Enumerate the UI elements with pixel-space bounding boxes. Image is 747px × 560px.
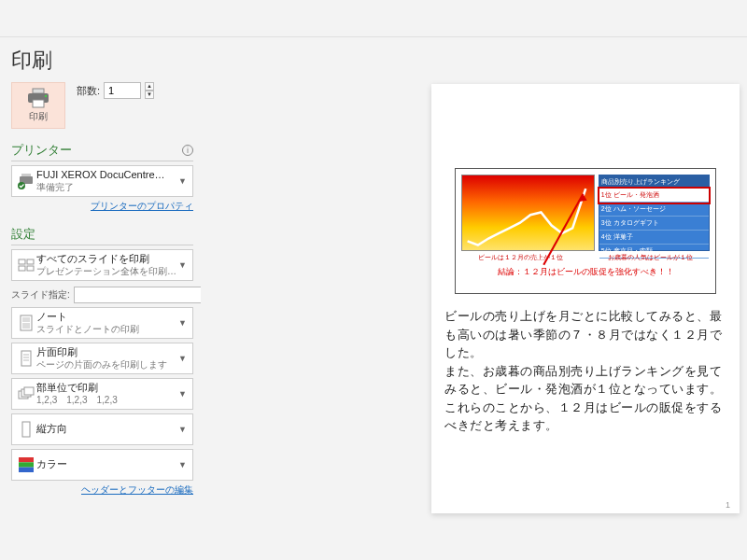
- settings-heading: 設定: [11, 226, 35, 243]
- printer-heading: プリンター: [11, 142, 72, 159]
- print-settings-panel: 印刷 印刷 部数: ▲ ▼ プリンター: [0, 37, 201, 560]
- copies-down[interactable]: ▼: [145, 91, 154, 99]
- print-preview-area: 商品別売り上げランキング 1位 ビール・発泡酒 2位 ハム・ソーセージ 3位 カ…: [201, 37, 747, 560]
- copies-input[interactable]: [104, 82, 141, 99]
- rank-row-1: 1位 ビール・発泡酒: [599, 189, 709, 203]
- svg-rect-2: [33, 100, 44, 107]
- page-title: 印刷: [11, 47, 193, 75]
- svg-rect-9: [19, 266, 25, 271]
- printer-icon: [26, 88, 50, 108]
- svg-rect-8: [27, 259, 34, 264]
- color-icon: [19, 457, 34, 472]
- printer-name: FUJI XEROX DocuCentre…: [36, 169, 176, 181]
- portrait-icon: [20, 421, 33, 438]
- printer-properties-link[interactable]: プリンターのプロパティ: [91, 201, 193, 211]
- notes-text: ビールの売り上げを月ごとに比較してみると、最も高いのは暑い季節の７・８月ではなく…: [444, 307, 726, 435]
- slides-icon: [18, 258, 35, 273]
- svg-rect-0: [33, 89, 44, 93]
- rank-row-3: 3位 カタログギフト: [599, 217, 709, 231]
- sales-chart: [461, 175, 595, 251]
- chevron-down-icon: ▼: [176, 260, 189, 270]
- notes-layout-icon: [19, 315, 34, 331]
- svg-rect-12: [22, 317, 30, 322]
- ranking-table: 商品別売り上げランキング 1位 ビール・発泡酒 2位 ハム・ソーセージ 3位 カ…: [599, 175, 710, 251]
- print-button-label: 印刷: [29, 110, 48, 123]
- app-topbar: [0, 0, 747, 37]
- svg-rect-16: [21, 351, 31, 366]
- chevron-down-icon: ▼: [176, 425, 189, 434]
- svg-point-6: [18, 182, 25, 189]
- svg-line-28: [543, 194, 583, 265]
- chevron-down-icon: ▼: [176, 318, 189, 328]
- svg-point-3: [45, 95, 47, 97]
- copies-up[interactable]: ▲: [145, 82, 154, 91]
- print-button[interactable]: 印刷: [11, 82, 65, 129]
- chevron-down-icon: ▼: [176, 460, 189, 469]
- header-footer-link[interactable]: ヘッダーとフッターの編集: [81, 484, 193, 495]
- copies-label: 部数:: [77, 84, 100, 98]
- svg-rect-23: [22, 422, 30, 437]
- svg-rect-10: [27, 266, 34, 271]
- svg-rect-26: [19, 468, 34, 472]
- svg-rect-24: [19, 457, 34, 462]
- chevron-down-icon: ▼: [176, 176, 189, 186]
- svg-rect-5: [21, 174, 31, 176]
- slide-spec-input[interactable]: [74, 287, 212, 303]
- svg-rect-25: [19, 462, 34, 467]
- chart-note-right: お歳暮の人気はビールが１位: [608, 253, 693, 262]
- info-icon[interactable]: i: [182, 145, 193, 156]
- rank-row-2: 2位 ハム・ソーセージ: [599, 203, 709, 217]
- printer-select[interactable]: FUJI XEROX DocuCentre… 準備完了 ▼: [11, 165, 193, 197]
- single-side-icon: [20, 350, 33, 367]
- svg-rect-7: [19, 259, 25, 264]
- svg-rect-22: [24, 387, 34, 395]
- page-number: 1: [726, 500, 730, 510]
- layout-select[interactable]: ノート スライドとノートの印刷 ▼: [11, 307, 193, 339]
- printer-status-icon: [17, 173, 35, 189]
- color-select[interactable]: カラー ▼: [11, 449, 193, 481]
- chart-conclusion: 結論：１２月はビールの販促を強化すべき！！: [456, 266, 715, 278]
- collate-select[interactable]: 部単位で印刷 1,2,3 1,2,3 1,2,3 ▼: [11, 378, 193, 410]
- printer-status: 準備完了: [36, 182, 176, 193]
- slide-thumbnail: 商品別売り上げランキング 1位 ビール・発泡酒 2位 ハム・ソーセージ 3位 カ…: [455, 168, 716, 294]
- orientation-select[interactable]: 縦方向 ▼: [11, 413, 193, 445]
- chevron-down-icon: ▼: [176, 354, 189, 363]
- preview-page: 商品別売り上げランキング 1位 ビール・発泡酒 2位 ハム・ソーセージ 3位 カ…: [431, 84, 740, 513]
- rank-row-4: 4位 洋菓子: [599, 231, 709, 245]
- print-range-select[interactable]: すべてのスライドを印刷 プレゼンテーション全体を印刷し… ▼: [11, 249, 193, 281]
- collate-icon: [18, 386, 35, 401]
- sides-select[interactable]: 片面印刷 ページの片面のみを印刷します ▼: [11, 343, 193, 374]
- chevron-down-icon: ▼: [176, 389, 189, 399]
- slide-spec-label: スライド指定:: [11, 288, 70, 301]
- svg-marker-29: [578, 194, 587, 202]
